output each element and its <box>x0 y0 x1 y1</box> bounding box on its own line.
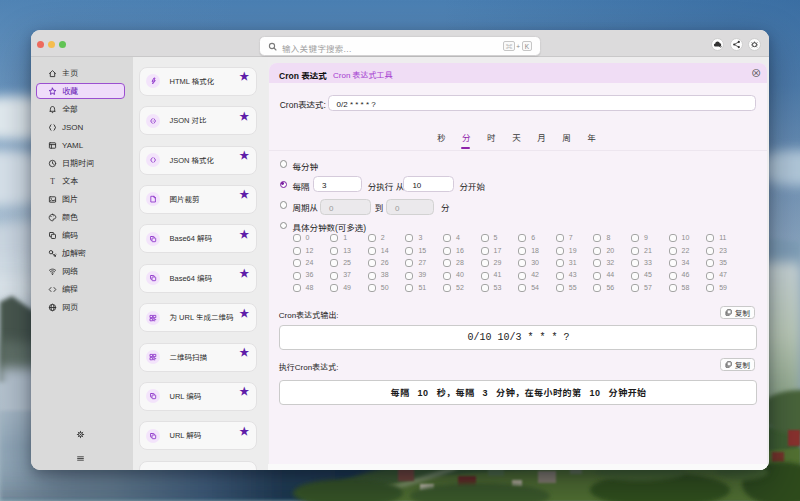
svg-text:T: T <box>50 177 55 186</box>
